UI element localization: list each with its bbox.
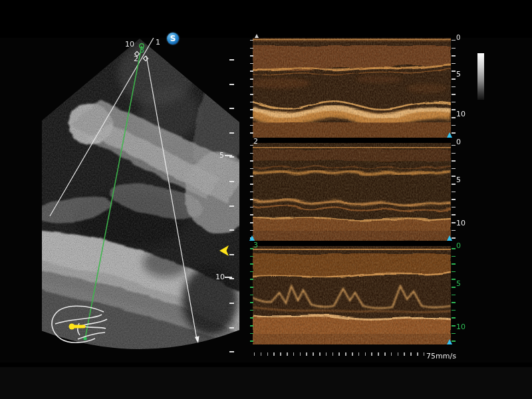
cursor-10-label: 10 bbox=[125, 41, 134, 48]
cursor-1-label: 1 bbox=[156, 39, 160, 46]
strip1-depth-scale-ticks bbox=[452, 40, 456, 137]
scale-marker-arrow[interactable] bbox=[249, 235, 255, 241]
strip1-depth-0: 0 bbox=[456, 35, 460, 41]
strip3-left-ticks bbox=[250, 248, 253, 344]
strip3-number-label: 3 bbox=[253, 241, 258, 249]
strip3-depth-10: 10 bbox=[456, 323, 466, 331]
time-ruler-ticks bbox=[254, 352, 426, 356]
reference-dot bbox=[149, 28, 150, 29]
sector-fan bbox=[0, 0, 253, 399]
grayscale-colorbar bbox=[477, 53, 484, 100]
scale-marker-arrow[interactable] bbox=[447, 339, 452, 344]
mmode-traces bbox=[253, 38, 451, 344]
strip2-depth-scale-ticks bbox=[452, 145, 456, 240]
strip2-number-label: 2 bbox=[253, 138, 258, 145]
strip2-depth-5: 5 bbox=[456, 176, 461, 184]
strip3-depth-5: 5 bbox=[456, 280, 461, 287]
bmode-depth-ruler bbox=[229, 59, 234, 358]
strip3-depth-0: 0 bbox=[456, 242, 461, 249]
sweep-speed-label: 75mm/s bbox=[426, 352, 456, 360]
strip1-top-marker bbox=[255, 34, 259, 38]
scale-marker-arrow[interactable] bbox=[447, 235, 452, 241]
strip1-depth-5: 5 bbox=[456, 70, 461, 78]
scale-marker-arrow[interactable] bbox=[447, 132, 452, 138]
strip2-left-ticks bbox=[250, 145, 253, 240]
bmode-image bbox=[0, 0, 253, 399]
strip2-depth-0: 0 bbox=[456, 138, 461, 146]
depth-major-tick bbox=[225, 155, 232, 156]
cursor-2-label: 2 bbox=[134, 55, 138, 63]
strip2-depth-10: 10 bbox=[456, 219, 466, 227]
strip1-left-ticks bbox=[250, 40, 253, 137]
strip1-depth-10: 10 bbox=[456, 110, 466, 118]
bmode-depth-10-label: 10 bbox=[215, 273, 225, 281]
vendor-logo: S bbox=[167, 33, 179, 45]
depth-major-tick bbox=[225, 277, 232, 278]
cursor-3-label: 3 bbox=[140, 47, 144, 54]
strip3-depth-scale-ticks bbox=[452, 248, 456, 344]
ultrasound-screen: 10 1 3 2 S 5 10 bbox=[0, 0, 532, 399]
bmode-depth-5-label: 5 bbox=[219, 152, 224, 159]
